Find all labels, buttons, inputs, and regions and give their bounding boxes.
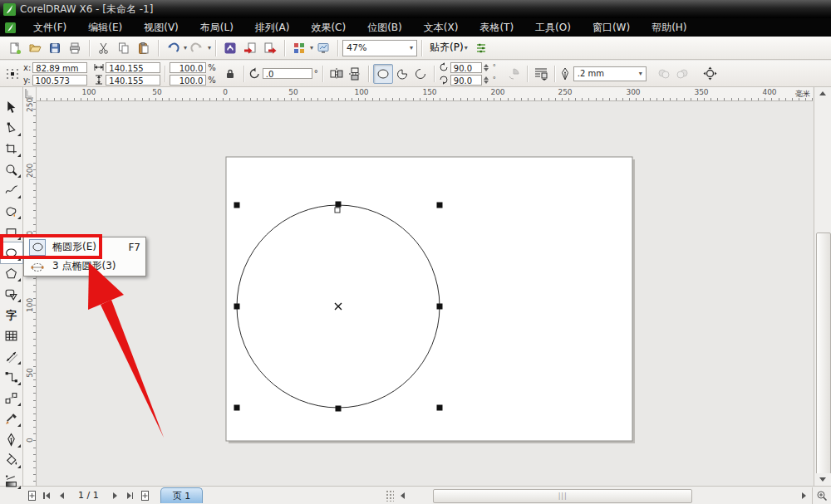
text-tool[interactable]: 字 <box>1 305 22 325</box>
scale-x-field[interactable]: 100.0 <box>170 62 206 73</box>
mirror-horizontal-button[interactable] <box>327 65 346 83</box>
menu-help[interactable]: 帮助(H) <box>641 18 697 37</box>
scroll-down-button[interactable] <box>814 473 831 486</box>
flyout-item-ellipse[interactable]: 椭圆形(E) F7 <box>24 237 145 257</box>
page-tab[interactable]: 页 1 <box>160 487 204 503</box>
search-content-button[interactable] <box>221 39 239 57</box>
ellipse-mode-button[interactable] <box>373 64 393 84</box>
menu-window[interactable]: 窗口(W) <box>582 18 641 37</box>
starting-angle-field[interactable]: 90.0 <box>450 62 482 73</box>
horizontal-scroll-thumb[interactable] <box>433 489 692 503</box>
welcome-screen-button[interactable] <box>314 39 332 57</box>
arc-mode-button[interactable] <box>411 65 430 83</box>
to-back-button[interactable] <box>673 65 691 83</box>
cut-button[interactable] <box>95 39 113 57</box>
object-width-field[interactable]: 140.155 mm <box>106 62 160 73</box>
scroll-up-button[interactable] <box>814 87 831 100</box>
menu-edit[interactable]: 编辑(E) <box>77 18 133 37</box>
undo-button[interactable] <box>164 39 182 57</box>
scrollbar-splitter-grip[interactable] <box>386 490 394 502</box>
vertical-scroll-thumb[interactable] <box>816 232 831 475</box>
freehand-tool[interactable] <box>1 180 22 201</box>
crop-tool[interactable] <box>1 139 22 159</box>
to-front-button[interactable] <box>655 65 673 83</box>
object-properties-button[interactable] <box>701 65 720 83</box>
ending-angle-field[interactable]: 90.0 <box>450 75 482 86</box>
redo-button[interactable] <box>188 39 206 57</box>
wrap-text-button[interactable] <box>532 65 550 83</box>
redo-dropdown[interactable] <box>208 44 211 51</box>
zoom-level-combo[interactable]: 47% <box>342 40 417 56</box>
outline-pen-tool[interactable] <box>1 429 22 450</box>
add-page-before-button[interactable] <box>25 489 38 502</box>
application-launcher-dropdown[interactable] <box>310 44 313 51</box>
menu-tools[interactable]: 工具(O) <box>524 18 582 37</box>
smart-fill-tool[interactable] <box>1 201 22 222</box>
horizontal-scrollbar[interactable] <box>396 488 810 502</box>
export-button[interactable] <box>261 39 279 57</box>
last-page-button[interactable] <box>124 489 137 502</box>
ellipse-node[interactable] <box>335 208 340 213</box>
color-eyedropper-tool[interactable] <box>1 409 22 429</box>
starting-angle-spinner[interactable] <box>484 64 491 71</box>
object-height-field[interactable]: 140.155 mm <box>106 75 160 86</box>
table-tool[interactable] <box>1 325 22 346</box>
menu-text[interactable]: 文本(X) <box>413 18 470 37</box>
handle-bottom-right[interactable] <box>437 405 443 411</box>
menu-table[interactable]: 表格(T) <box>469 18 524 37</box>
mirror-vertical-button[interactable] <box>346 65 364 83</box>
blend-tool[interactable] <box>1 388 22 409</box>
handle-middle-left[interactable] <box>234 304 240 310</box>
scale-y-field[interactable]: 100.0 <box>170 75 206 86</box>
menu-layout[interactable]: 布局(L) <box>189 18 244 37</box>
new-document-button[interactable] <box>6 39 24 57</box>
handle-middle-right[interactable] <box>437 304 443 310</box>
copy-button[interactable] <box>115 39 133 57</box>
next-page-button[interactable] <box>109 489 122 502</box>
handle-top-middle[interactable] <box>336 202 342 208</box>
paste-button[interactable] <box>135 39 153 57</box>
flyout-item-3point-ellipse[interactable]: 3 点椭圆形(3) <box>24 257 145 276</box>
pie-mode-button[interactable] <box>393 65 411 83</box>
handle-bottom-left[interactable] <box>234 405 240 411</box>
connector-tool[interactable] <box>1 367 22 388</box>
handle-top-left[interactable] <box>234 203 240 208</box>
undo-dropdown[interactable] <box>184 44 187 51</box>
print-button[interactable] <box>66 39 84 57</box>
shape-tool[interactable] <box>1 118 22 139</box>
scroll-left-button[interactable] <box>396 489 409 502</box>
open-button[interactable] <box>26 39 44 57</box>
polygon-tool[interactable] <box>1 263 22 284</box>
vertical-scrollbar[interactable] <box>814 87 831 486</box>
outline-width-combo[interactable]: .2 mm <box>573 66 647 81</box>
fill-tool[interactable] <box>1 450 22 471</box>
change-direction-button[interactable] <box>504 65 523 83</box>
application-launcher-button[interactable] <box>290 39 308 57</box>
menu-arrange[interactable]: 排列(A) <box>244 18 301 37</box>
ending-angle-spinner[interactable] <box>484 76 491 84</box>
menu-file[interactable]: 文件(F) <box>22 18 77 37</box>
x-position-field[interactable]: 82.89 mm <box>32 62 87 73</box>
previous-page-button[interactable] <box>55 489 68 502</box>
navigator-zoom-button[interactable] <box>812 487 831 504</box>
menu-bitmaps[interactable]: 位图(B) <box>356 18 413 37</box>
pick-tool[interactable] <box>1 97 22 118</box>
rotation-angle-field[interactable]: .0 <box>263 68 312 79</box>
drawing-canvas[interactable] <box>37 101 813 486</box>
basic-shapes-tool[interactable] <box>1 284 22 305</box>
import-button[interactable] <box>241 39 259 57</box>
menu-view[interactable]: 视图(V) <box>133 18 189 37</box>
save-button[interactable] <box>46 39 64 57</box>
rectangle-tool[interactable] <box>1 222 22 242</box>
first-page-button[interactable] <box>40 489 53 502</box>
y-position-field[interactable]: 100.573 mm <box>32 75 87 86</box>
scroll-right-button[interactable] <box>797 489 810 502</box>
ellipse-tool[interactable] <box>1 242 22 263</box>
snap-to-button[interactable]: 贴齐(P) <box>426 39 471 56</box>
interactive-fill-tool[interactable] <box>1 471 22 492</box>
handle-bottom-middle[interactable] <box>336 406 342 412</box>
menu-effects[interactable]: 效果(C) <box>300 18 356 37</box>
add-page-after-button[interactable] <box>139 489 152 502</box>
lock-ratio-button[interactable] <box>221 65 239 83</box>
dimension-tool[interactable] <box>1 346 22 367</box>
